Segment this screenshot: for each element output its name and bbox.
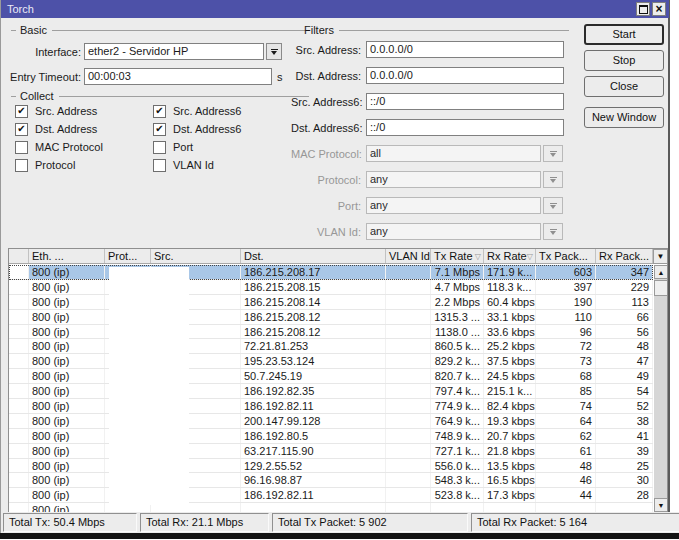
table-cell [9,414,29,428]
table-cell: 748.9 k... [431,429,484,443]
column-header[interactable]: Dst. [241,249,386,263]
table-row[interactable]: 800 (ip)200.147.99.128764.9 k...19.3 kbp… [9,414,653,429]
collect-checkbox-row[interactable]: MAC Protocol [15,138,103,156]
scroll-up-icon[interactable]: ▲ [654,265,668,279]
table-row[interactable]: 800 (ip)186.192.82.11774.9 k...82.4 kbps… [9,399,653,414]
table-cell: 800 (ip) [29,459,105,473]
interface-dropdown-icon[interactable] [266,43,282,60]
collect-checkbox-row[interactable]: Port [153,138,241,156]
table-row[interactable]: 800 (ip)186.192.82.11523.8 k...17.3 kbps… [9,488,653,503]
checkbox-checked-icon[interactable] [153,105,166,118]
table-cell [9,503,29,512]
table-cell: 25 [596,459,653,473]
dropdown-arrow-icon[interactable] [543,145,563,162]
torch-results-table: Eth. ...Prot...Src.Dst.VLAN IdTx Rate▽Rx… [8,248,668,512]
vertical-scrollbar[interactable]: ▲ ▼ [654,265,668,512]
table-cell: 800 (ip) [29,473,105,487]
column-header[interactable]: Rx Pack... [596,249,653,263]
filter-input[interactable]: ::/0 [366,119,564,136]
table-cell: 113 [596,295,653,309]
window-titlebar[interactable]: Torch [1,0,669,18]
table-row[interactable]: 800 (ip)186.215.208.177.1 Mbps171.9 k...… [9,265,653,280]
checkbox-unchecked-icon[interactable] [153,141,166,154]
table-row[interactable]: 800 (ip)186.215.208.154.7 Mbps118.3 k...… [9,280,653,295]
table-row[interactable]: 800 (ip)186.192.80.5748.9 k...20.7 kbps6… [9,429,653,444]
collect-checkbox-row[interactable]: Src. Address6 [153,102,241,120]
table-cell [241,503,386,512]
window-title: Torch [1,3,34,15]
filter-input[interactable]: 0.0.0.0/0 [366,41,564,58]
maximize-icon[interactable] [636,2,650,16]
column-header[interactable]: VLAN Id [386,249,431,263]
interface-input[interactable]: ether2 - Servidor HP [84,43,264,60]
collect-checkbox-row[interactable]: Protocol [15,156,103,174]
table-row[interactable]: 800 (ip)186.215.208.121315.3 ...33.1 kbp… [9,310,653,325]
table-row[interactable]: 800 (ip)195.23.53.124829.2 k...37.5 kbps… [9,354,653,369]
table-cell: 37.5 kbps [484,354,536,368]
filter-dropdown[interactable]: all [366,145,541,162]
checkbox-unchecked-icon[interactable] [15,141,28,154]
filter-row: Dst. Address:0.0.0.0/0 [291,67,564,84]
checkbox-unchecked-icon[interactable] [153,159,166,172]
table-row[interactable]: 800 (ip)186.215.208.142.2 Mbps60.4 kbps1… [9,295,653,310]
collect-checkbox-row[interactable]: Src. Address [15,102,103,120]
table-row[interactable]: 800 (ip)129.2.55.52556.0 k...13.5 kbps48… [9,459,653,474]
checkbox-label: Dst. Address [35,123,97,135]
column-header[interactable]: Rx Rate▽ [484,249,536,263]
table-row[interactable]: 800 (ip) [9,503,653,512]
table-cell [386,369,431,383]
dropdown-arrow-icon[interactable] [543,171,563,188]
table-cell: 96 [536,325,596,339]
table-cell [386,503,431,512]
column-header[interactable]: Prot... [105,249,151,263]
table-cell: 48 [596,339,653,353]
checkbox-label: Dst. Address6 [173,123,241,135]
collect-checkbox-row[interactable]: VLAN Id [153,156,241,174]
scrollbar-thumb[interactable] [654,280,668,296]
table-row[interactable]: 800 (ip)63.217.115.90727.1 k...21.8 kbps… [9,444,653,459]
filters-rows: Src. Address:0.0.0.0/0Dst. Address:0.0.0… [291,41,564,249]
column-select-icon[interactable]: ▼ [653,249,668,264]
table-cell [9,473,29,487]
filter-row: VLAN Id:any [291,223,564,240]
dropdown-arrow-icon[interactable] [543,223,563,240]
checkbox-checked-icon[interactable] [15,105,28,118]
table-row[interactable]: 800 (ip)96.16.98.87548.3 k...16.5 kbps46… [9,473,653,488]
table-cell: 19.3 kbps [484,414,536,428]
filter-dropdown[interactable]: any [366,223,541,240]
table-cell: 73 [536,354,596,368]
new-window-button[interactable]: New Window [584,107,664,128]
table-row[interactable]: 800 (ip)72.21.81.253860.5 k...25.2 kbps7… [9,339,653,354]
filter-input[interactable]: 0.0.0.0/0 [366,67,564,84]
table-cell [9,384,29,398]
column-header[interactable] [9,249,29,263]
entry-timeout-input[interactable]: 00:00:03 [84,68,272,85]
column-header[interactable]: Eth. ... [29,249,105,263]
scroll-down-icon[interactable]: ▼ [654,498,668,512]
table-cell: 7.1 Mbps [431,265,484,279]
table-cell: 74 [536,399,596,413]
checkbox-checked-icon[interactable] [153,123,166,136]
table-cell [431,503,484,512]
checkbox-unchecked-icon[interactable] [15,159,28,172]
close-button[interactable]: Close [584,76,664,97]
collect-checkbox-row[interactable]: Dst. Address6 [153,120,241,138]
table-row[interactable]: 800 (ip)186.215.208.121138.0 ...33.6 kbp… [9,325,653,340]
column-header[interactable]: Src. [151,249,241,263]
table-row[interactable]: 800 (ip)186.192.82.35797.4 k...215.1 k..… [9,384,653,399]
checkbox-checked-icon[interactable] [15,123,28,136]
close-icon[interactable] [652,2,666,16]
filter-input[interactable]: ::/0 [366,93,564,110]
column-header[interactable]: Tx Rate▽ [431,249,484,263]
table-cell: 800 (ip) [29,325,105,339]
filter-dropdown[interactable]: any [366,171,541,188]
dropdown-arrow-icon[interactable] [543,197,563,214]
filter-dropdown[interactable]: any [366,197,541,214]
stop-button[interactable]: Stop [584,50,664,71]
collect-checkbox-row[interactable]: Dst. Address [15,120,103,138]
table-row[interactable]: 800 (ip)50.7.245.19820.7 k...24.5 kbps68… [9,369,653,384]
column-header[interactable]: Tx Pack... [536,249,596,263]
start-button[interactable]: Start [584,24,664,45]
table-cell: 64 [536,414,596,428]
table-cell: 60.4 kbps [484,295,536,309]
